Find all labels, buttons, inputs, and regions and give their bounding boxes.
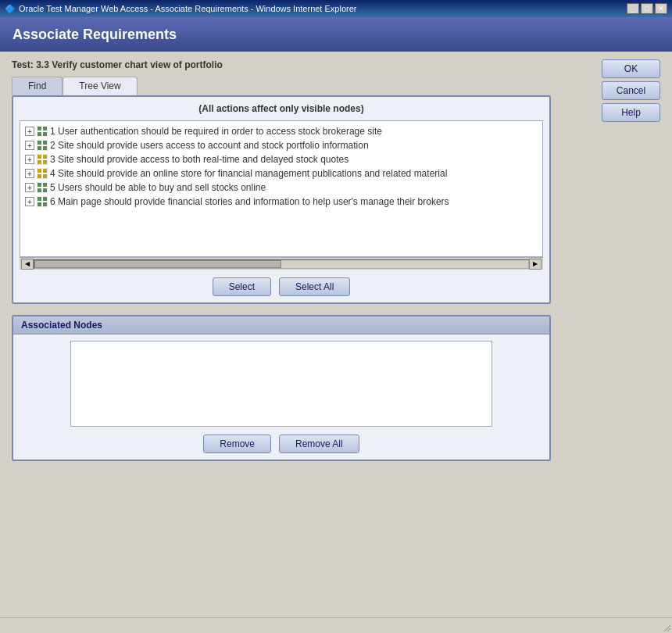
test-label: Test: 3.3 Verify customer chart view of … bbox=[12, 59, 660, 70]
scroll-left-arrow[interactable]: ◀ bbox=[21, 259, 34, 270]
svg-rect-12 bbox=[43, 155, 47, 159]
status-bar bbox=[0, 617, 672, 633]
tree-item-text: 3 Site should provide access to both rea… bbox=[50, 154, 349, 165]
svg-rect-1 bbox=[38, 127, 41, 131]
ok-button[interactable]: OK bbox=[602, 59, 660, 78]
tree-item[interactable]: + 6 Main page should provide financial s… bbox=[23, 195, 539, 209]
test-prefix: Test: bbox=[12, 59, 34, 70]
tree-item[interactable]: + 3 Site should provide access to both r… bbox=[23, 152, 539, 166]
close-button[interactable]: ✕ bbox=[655, 3, 667, 14]
svg-rect-4 bbox=[43, 132, 47, 136]
horizontal-scrollbar[interactable]: ◀ ▶ bbox=[20, 257, 543, 270]
assoc-buttons: Remove Remove All bbox=[20, 435, 543, 453]
svg-rect-16 bbox=[38, 169, 41, 173]
svg-rect-29 bbox=[43, 202, 47, 206]
svg-rect-13 bbox=[38, 160, 41, 164]
associated-nodes-header: Associated Nodes bbox=[13, 316, 549, 334]
maximize-button[interactable]: □ bbox=[641, 3, 653, 14]
expand-icon[interactable]: + bbox=[25, 197, 34, 206]
svg-rect-21 bbox=[38, 183, 41, 187]
svg-line-31 bbox=[667, 628, 670, 631]
tree-buttons: Select Select All bbox=[20, 277, 543, 296]
tree-item[interactable]: + 4 Site should provide an online store … bbox=[23, 166, 539, 181]
help-button[interactable]: Help bbox=[602, 103, 660, 122]
req-icon bbox=[37, 140, 48, 151]
tree-item-text: 2 Site should provide users access to ac… bbox=[50, 140, 369, 151]
tree-viewport: + 1 User authentication should be requir… bbox=[20, 120, 543, 257]
remove-button[interactable]: Remove bbox=[203, 435, 271, 453]
svg-line-30 bbox=[664, 625, 670, 631]
page-title: Associate Requirements bbox=[13, 27, 177, 43]
tree-item[interactable]: + 1 User authentication should be requir… bbox=[23, 124, 539, 138]
svg-rect-26 bbox=[38, 197, 41, 201]
scroll-right-arrow[interactable]: ▶ bbox=[529, 259, 542, 270]
tree-panel: (All actions affect only visible nodes) … bbox=[12, 95, 551, 304]
expand-icon[interactable]: + bbox=[25, 183, 34, 192]
tree-item-text: 1 User authentication should be required… bbox=[50, 126, 382, 137]
remove-all-button[interactable]: Remove All bbox=[279, 435, 359, 453]
expand-icon[interactable]: + bbox=[25, 169, 34, 178]
associated-nodes-body: Remove Remove All bbox=[13, 334, 549, 460]
svg-rect-19 bbox=[43, 174, 47, 178]
svg-rect-9 bbox=[43, 146, 47, 150]
svg-rect-6 bbox=[38, 141, 41, 145]
svg-rect-3 bbox=[38, 132, 41, 136]
svg-rect-23 bbox=[38, 188, 41, 192]
title-bar-icon: 🔷 bbox=[5, 4, 16, 14]
svg-rect-14 bbox=[43, 160, 47, 164]
minimize-button[interactable]: _ bbox=[627, 3, 639, 14]
svg-rect-18 bbox=[38, 174, 41, 178]
svg-rect-22 bbox=[43, 183, 47, 187]
tree-panel-notice: (All actions affect only visible nodes) bbox=[20, 103, 543, 114]
resize-handle[interactable] bbox=[659, 620, 672, 633]
tab-find[interactable]: Find bbox=[12, 77, 63, 95]
title-bar-controls: _ □ ✕ bbox=[627, 3, 667, 14]
main-content: Test: 3.3 Verify customer chart view of … bbox=[0, 52, 672, 633]
tree-items: + 1 User authentication should be requir… bbox=[20, 121, 542, 212]
scrollbar-track[interactable] bbox=[34, 259, 529, 269]
svg-rect-24 bbox=[43, 188, 47, 192]
expand-icon[interactable]: + bbox=[25, 141, 34, 150]
title-bar: 🔷 Oracle Test Manager Web Access - Assoc… bbox=[0, 0, 672, 17]
svg-rect-28 bbox=[38, 202, 41, 206]
title-bar-text: 🔷 Oracle Test Manager Web Access - Assoc… bbox=[5, 4, 356, 14]
cancel-button[interactable]: Cancel bbox=[602, 81, 660, 100]
page-header: Associate Requirements bbox=[0, 17, 672, 52]
tree-item-text: 4 Site should provide an online store fo… bbox=[50, 168, 447, 179]
svg-rect-7 bbox=[43, 141, 47, 145]
tree-item[interactable]: + 5 Users should be able to buy and sell… bbox=[23, 181, 539, 195]
req-icon bbox=[37, 182, 48, 193]
svg-rect-17 bbox=[43, 169, 47, 173]
req-icon bbox=[37, 196, 48, 207]
svg-rect-27 bbox=[43, 197, 47, 201]
tab-tree-view[interactable]: Tree View bbox=[63, 77, 137, 95]
svg-rect-8 bbox=[38, 146, 41, 150]
scrollbar-thumb[interactable] bbox=[34, 260, 281, 268]
select-button[interactable]: Select bbox=[213, 277, 271, 296]
side-buttons: OK Cancel Help bbox=[602, 59, 660, 122]
expand-icon[interactable]: + bbox=[25, 127, 34, 136]
expand-icon[interactable]: + bbox=[25, 155, 34, 164]
test-value: 3.3 Verify customer chart view of portfo… bbox=[36, 59, 223, 70]
select-all-button[interactable]: Select All bbox=[279, 277, 350, 296]
associated-nodes-panel: Associated Nodes Remove Remove All bbox=[12, 315, 551, 461]
req-icon bbox=[37, 154, 48, 165]
tree-item[interactable]: + 2 Site should provide users access to … bbox=[23, 138, 539, 152]
associated-nodes-list[interactable] bbox=[70, 341, 492, 427]
req-icon bbox=[37, 168, 48, 179]
tab-container: Find Tree View bbox=[12, 77, 660, 95]
req-icon bbox=[37, 126, 48, 137]
tree-item-text: 6 Main page should provide financial sto… bbox=[50, 196, 449, 207]
tree-item-text: 5 Users should be able to buy and sell s… bbox=[50, 182, 266, 193]
svg-rect-11 bbox=[38, 155, 41, 159]
svg-rect-2 bbox=[43, 127, 47, 131]
